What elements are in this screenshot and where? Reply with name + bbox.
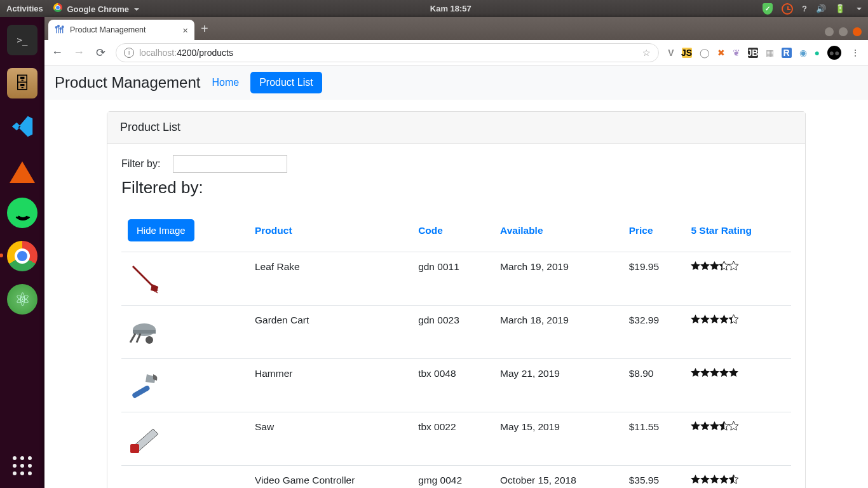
cell-product: Leaf Rake	[248, 252, 412, 306]
chrome-icon	[53, 3, 62, 12]
ext-grammarly-icon[interactable]: ●	[815, 48, 820, 58]
star-rating	[691, 475, 738, 484]
ext-vivaldi-icon[interactable]: V	[668, 48, 674, 58]
ext-grid-icon[interactable]: ▦	[766, 48, 774, 58]
cell-product: Garden Cart	[248, 306, 412, 359]
navbar-brand: Product Management	[55, 74, 200, 92]
cell-product: Hammer	[248, 359, 412, 412]
table-row: Garden Cart gdn 0023 March 18, 2019 $32.…	[121, 306, 791, 359]
address-bar[interactable]: i localhost:4200/products ☆	[116, 43, 659, 62]
col-product[interactable]: Product	[248, 209, 412, 252]
ext-js-icon[interactable]: JS	[682, 48, 692, 58]
filtered-by-label: Filtered by:	[121, 178, 791, 198]
chrome-window: Product Management × + ← → ⟳ i localhost…	[44, 17, 868, 488]
nav-product-list-link[interactable]: Product List	[250, 72, 322, 93]
url-text: localhost:4200/products	[139, 48, 233, 58]
card-header: Product List	[107, 112, 805, 144]
ext-r-icon[interactable]: R	[782, 48, 792, 58]
shield-icon[interactable]: ✓	[763, 3, 773, 15]
cell-rating	[684, 306, 791, 359]
cell-rating	[684, 252, 791, 306]
cell-available: March 18, 2019	[494, 306, 623, 359]
dock-vscode[interactable]	[7, 111, 37, 142]
filter-input[interactable]	[173, 155, 287, 173]
activities-button[interactable]: Activities	[6, 4, 43, 13]
svg-point-7	[62, 26, 64, 28]
tab-close-button[interactable]: ×	[182, 25, 188, 36]
volume-icon[interactable]: 🔊	[816, 4, 826, 13]
cell-available: October 15, 2018	[494, 466, 623, 489]
col-rating[interactable]: 5 Star Rating	[684, 209, 791, 252]
ext-x-icon[interactable]: ✖	[717, 48, 725, 58]
app-navbar: Product Management Home Product List	[44, 65, 868, 100]
dock-atom[interactable]	[7, 284, 37, 315]
product-image	[128, 475, 163, 488]
product-image	[128, 315, 163, 349]
cell-available: May 15, 2019	[494, 412, 623, 466]
desktop: Product Management × + ← → ⟳ i localhost…	[0, 17, 868, 488]
col-available[interactable]: Available	[494, 209, 623, 252]
window-close[interactable]	[853, 27, 862, 36]
chrome-menu-button[interactable]: ⋮	[849, 48, 862, 58]
app-menu[interactable]: Google Chrome	[53, 3, 139, 14]
browser-tab[interactable]: Product Management ×	[48, 20, 194, 40]
table-row: Saw tbx 0022 May 15, 2019 $11.55	[121, 412, 791, 466]
dock-show-apps[interactable]	[13, 456, 32, 475]
star-rating	[691, 421, 738, 431]
cell-product: Saw	[248, 412, 412, 466]
profile-avatar[interactable]: ●●	[827, 46, 841, 60]
star-rating	[691, 315, 738, 324]
cell-available: May 21, 2019	[494, 359, 623, 412]
dock-files[interactable]	[7, 68, 37, 98]
dock-spotify[interactable]	[7, 198, 37, 228]
system-menu-icon[interactable]	[857, 8, 862, 13]
nav-home-link[interactable]: Home	[212, 77, 239, 88]
table-row: Video Game Controller gmg 0042 October 1…	[121, 466, 791, 489]
window-maximize[interactable]	[839, 27, 848, 36]
cell-rating	[684, 466, 791, 489]
table-row: Hammer tbx 0048 May 21, 2019 $8.90	[121, 359, 791, 412]
dock-terminal[interactable]	[7, 25, 37, 55]
new-tab-button[interactable]: +	[201, 22, 208, 36]
cell-code: gmg 0042	[412, 466, 494, 489]
svg-point-4	[55, 27, 57, 29]
cell-price: $19.95	[623, 252, 685, 306]
hide-image-button[interactable]: Hide Image	[128, 219, 194, 241]
favicon-icon	[55, 25, 65, 35]
ext-circle-icon[interactable]: ◯	[700, 48, 710, 58]
bookmark-star-icon[interactable]: ☆	[642, 48, 651, 58]
ext-swirl-icon[interactable]: ◉	[799, 48, 807, 58]
svg-point-5	[58, 25, 60, 27]
nav-back-button[interactable]: ←	[51, 46, 64, 59]
panel-clock[interactable]: Kam 18:57	[139, 4, 763, 13]
chrome-toolbar: ← → ⟳ i localhost:4200/products ☆ V JS ◯…	[44, 40, 868, 65]
window-minimize[interactable]	[825, 27, 834, 36]
nav-forward-button: →	[72, 46, 85, 59]
cell-rating	[684, 359, 791, 412]
cell-available: March 19, 2019	[494, 252, 623, 306]
help-icon[interactable]: ?	[802, 4, 807, 13]
nav-reload-button[interactable]: ⟳	[94, 46, 107, 60]
products-table: Hide Image Product Code Available Price …	[121, 209, 791, 488]
cell-rating	[684, 412, 791, 466]
ext-jb-icon[interactable]: JB	[748, 48, 758, 58]
ext-octo-icon[interactable]: ❦	[733, 48, 740, 58]
product-image	[128, 421, 163, 456]
window-controls	[818, 27, 868, 40]
gnome-top-panel: Activities Google Chrome Kam 18:57 ✓ ? 🔊…	[0, 0, 868, 17]
star-rating	[691, 368, 738, 377]
cell-price: $11.55	[623, 412, 685, 466]
dock-vlc[interactable]	[7, 154, 37, 185]
filter-label: Filter by:	[121, 158, 160, 170]
tab-title: Product Management	[70, 25, 146, 34]
cell-code: tbx 0048	[412, 359, 494, 412]
col-code[interactable]: Code	[412, 209, 494, 252]
cell-code: gdn 0011	[412, 252, 494, 306]
site-info-icon[interactable]: i	[124, 48, 134, 58]
col-price[interactable]: Price	[623, 209, 685, 252]
battery-icon[interactable]: 🔋	[835, 4, 845, 13]
dock-chrome[interactable]	[7, 241, 37, 271]
app-menu-label: Google Chrome	[67, 4, 129, 14]
cell-code: tbx 0022	[412, 412, 494, 466]
alarm-icon[interactable]	[782, 3, 793, 15]
